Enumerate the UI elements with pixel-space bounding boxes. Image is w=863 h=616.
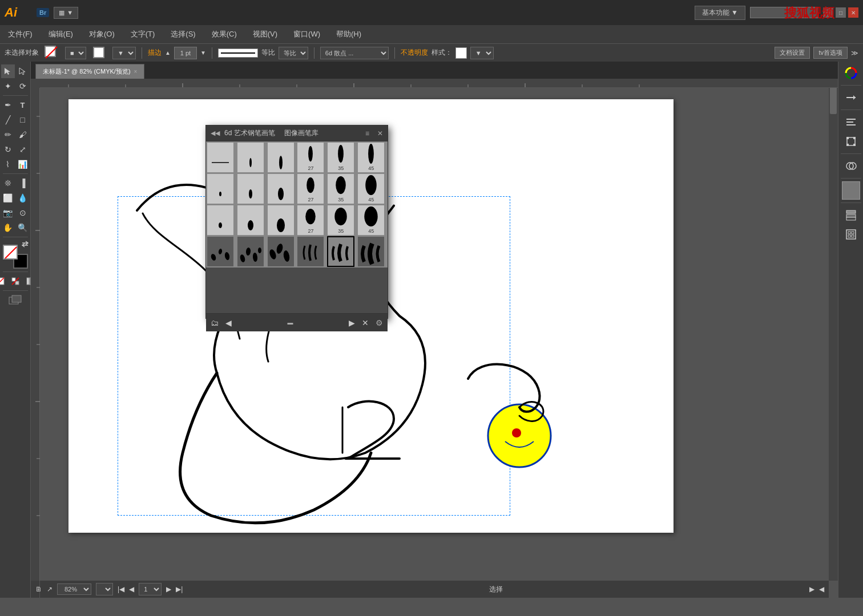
brush-cell-0-1[interactable] — [237, 142, 264, 173]
brush-cell-3-0[interactable] — [207, 236, 234, 267]
brush-panel-collapse[interactable]: ◀◀ — [211, 129, 220, 137]
menu-object[interactable]: 对象(O) — [86, 27, 118, 42]
selection-tool-button[interactable] — [1, 64, 15, 78]
brush-library-button[interactable]: 🗂 — [211, 318, 219, 327]
brush-panel-title1[interactable]: 6d 艺术钢笔画笔 — [224, 128, 275, 138]
menu-view[interactable]: 视图(V) — [249, 27, 281, 42]
menu-select[interactable]: 选择(S) — [167, 27, 199, 42]
align-button[interactable] — [842, 113, 860, 131]
doc-setup-button[interactable]: 文档设置 — [775, 47, 810, 59]
zoom-select[interactable]: 82% — [57, 583, 91, 595]
menu-text[interactable]: 文字(T) — [127, 27, 159, 42]
workspace-button[interactable]: 基本功能 ▼ — [695, 6, 745, 20]
stroke-color-area[interactable] — [45, 46, 59, 60]
pencil-tool-button[interactable]: ✏ — [1, 128, 15, 141]
magic-wand-tool-button[interactable]: ✦ — [1, 79, 15, 93]
br-logo[interactable]: Br — [37, 8, 49, 17]
stroke-weight-input[interactable] — [174, 47, 197, 59]
scale-tool-button[interactable]: ⤢ — [16, 143, 30, 156]
menu-edit[interactable]: 编辑(E) — [45, 27, 76, 42]
warp-tool-button[interactable]: ⌇ — [1, 157, 15, 171]
brush-cell-3-1[interactable] — [237, 236, 264, 267]
brush-cell-2-5[interactable]: 45 — [357, 205, 385, 236]
brush-next-button[interactable]: ▶ — [349, 318, 355, 327]
artboard-tool-button[interactable]: ⬜ — [1, 191, 15, 205]
options-more-icon[interactable]: ≫ — [851, 49, 858, 57]
brush-cell-1-2[interactable] — [267, 173, 295, 204]
brush-cell-2-1[interactable] — [237, 205, 264, 236]
screen-mode-button[interactable] — [9, 293, 22, 307]
brush-cell-2-2[interactable] — [267, 205, 295, 236]
brush-cell-3-4[interactable] — [327, 236, 354, 267]
layout-switcher-button[interactable]: ▦ ▼ — [54, 7, 78, 19]
brush-cell-3-5[interactable] — [357, 236, 385, 267]
menu-help[interactable]: 帮助(H) — [333, 27, 365, 42]
brush-panel-title2[interactable]: 图像画笔库 — [284, 128, 318, 138]
maximize-button[interactable]: □ — [836, 7, 846, 18]
stroke-down-arrow[interactable]: ▼ — [200, 50, 206, 56]
layers-button[interactable] — [842, 206, 860, 224]
fill-select[interactable]: ▼ — [112, 47, 136, 59]
brush-cell-2-4[interactable]: 35 — [327, 205, 354, 236]
vertical-scrollbar[interactable] — [829, 79, 838, 581]
menu-effect[interactable]: 效果(C) — [208, 27, 240, 42]
zoom-tool-button[interactable]: 🔍 — [16, 221, 30, 234]
none-fill-button[interactable] — [0, 274, 7, 288]
eyedropper-tool-button[interactable]: 💧 — [16, 191, 30, 205]
column-chart-button[interactable]: ▐ — [16, 176, 30, 190]
pen-tool-button[interactable]: ✒ — [1, 98, 15, 112]
brush-cell-0-3[interactable]: 27 — [297, 142, 324, 173]
artboards-button[interactable] — [842, 225, 860, 244]
brush-cell-0-4[interactable]: 35 — [327, 142, 354, 173]
brush-prev-button[interactable]: ◀ — [225, 318, 232, 327]
rect-tool-button[interactable]: □ — [16, 113, 30, 127]
fill-shape-area[interactable] — [92, 46, 107, 60]
next-page-button[interactable]: ▶ — [166, 585, 171, 593]
stroke-dash-preview[interactable] — [218, 48, 258, 58]
nav-right-button[interactable]: ▶ — [809, 585, 814, 593]
stroke-up-arrow[interactable]: ▲ — [165, 50, 171, 56]
close-button[interactable]: ✕ — [848, 7, 858, 18]
foreground-color-swatch[interactable] — [3, 245, 18, 260]
color-wheel-button[interactable] — [842, 64, 860, 82]
brush-cell-1-4[interactable]: 35 — [327, 173, 354, 204]
stroke-weight-button[interactable] — [842, 88, 860, 107]
document-tab[interactable]: 未标题-1* @ 82% (CMYK/预览) × — [35, 64, 144, 79]
last-page-button[interactable]: ▶| — [176, 585, 183, 593]
hand-tool-button[interactable]: ✋ — [1, 221, 15, 234]
brush-panel-close-button[interactable]: ✕ — [377, 129, 383, 137]
brush-cell-0-5[interactable]: 45 — [357, 142, 385, 173]
chain-tool-button[interactable]: ⊙ — [16, 206, 30, 220]
camera-tool-button[interactable]: 📷 — [1, 206, 15, 220]
brush-cell-1-1[interactable] — [237, 173, 264, 204]
first-view-button[interactable]: tv首选项 — [813, 47, 848, 59]
brush-cell-1-0[interactable] — [207, 173, 234, 204]
brush-cell-2-0[interactable] — [207, 205, 234, 236]
zoom-dropdown[interactable]: ▼ — [96, 583, 113, 595]
brush-cell-0-0[interactable] — [207, 142, 234, 173]
line-tool-button[interactable]: ╱ — [1, 113, 15, 127]
text-tool-button[interactable]: T — [16, 98, 30, 112]
blob-brush-tool-button[interactable]: 🖌 — [16, 128, 30, 141]
brush-cell-3-3[interactable] — [297, 236, 324, 267]
menu-window[interactable]: 窗口(W) — [290, 27, 324, 42]
brush-panel-menu-button[interactable]: ≡ — [365, 129, 369, 137]
symbol-tool-button[interactable]: ❊ — [1, 176, 15, 190]
transform-button[interactable] — [842, 132, 860, 151]
brush-cell-1-3[interactable]: 27 — [297, 173, 324, 204]
menu-file[interactable]: 文件(F) — [5, 27, 36, 42]
brush-options-button[interactable]: ⚙ — [376, 318, 383, 327]
swap-colors-icon[interactable] — [21, 240, 29, 248]
brush-cell-1-5[interactable]: 45 — [357, 173, 385, 204]
brush-cell-0-2[interactable] — [267, 142, 295, 173]
stroke-color-select[interactable]: ■ — [65, 47, 86, 59]
stroke-type-select[interactable]: 等比 — [279, 47, 308, 59]
brush-cell-2-3[interactable]: 27 — [297, 205, 324, 236]
brush-select[interactable]: 6d 散点 ... — [320, 47, 389, 59]
pathfinder-button[interactable] — [842, 157, 860, 175]
nav-left-button[interactable]: ◀ — [819, 585, 824, 593]
page-select[interactable]: 1 — [139, 583, 162, 595]
export-icon[interactable]: ↗ — [47, 585, 53, 593]
rotate-tool-button[interactable]: ↻ — [1, 143, 15, 156]
direct-selection-tool-button[interactable] — [16, 64, 30, 78]
